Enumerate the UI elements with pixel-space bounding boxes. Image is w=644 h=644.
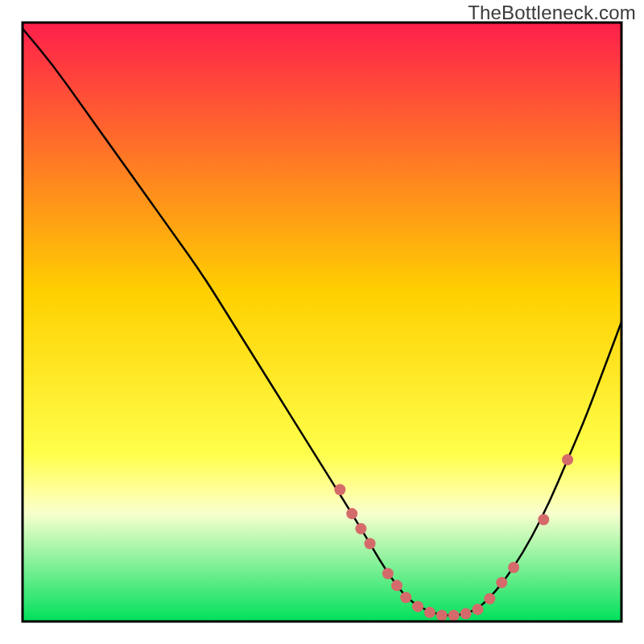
marker-point (334, 484, 345, 495)
bottleneck-chart (0, 0, 644, 644)
marker-point (460, 608, 472, 619)
chart-background (23, 23, 621, 621)
marker-point (365, 538, 376, 549)
marker-point (562, 454, 573, 465)
marker-point (400, 592, 411, 603)
marker-point (538, 514, 549, 526)
marker-point (484, 593, 495, 605)
marker-point (391, 580, 402, 591)
marker-point (448, 610, 460, 621)
watermark-text: TheBottleneck.com (468, 2, 636, 24)
marker-point (508, 562, 519, 573)
marker-point (496, 577, 507, 588)
marker-point (472, 604, 483, 615)
marker-point (382, 568, 394, 579)
chart-container: TheBottleneck.com (0, 0, 644, 644)
marker-point (412, 601, 423, 612)
marker-point (346, 508, 357, 519)
marker-point (436, 610, 448, 621)
marker-point (424, 607, 436, 618)
marker-point (355, 523, 366, 535)
